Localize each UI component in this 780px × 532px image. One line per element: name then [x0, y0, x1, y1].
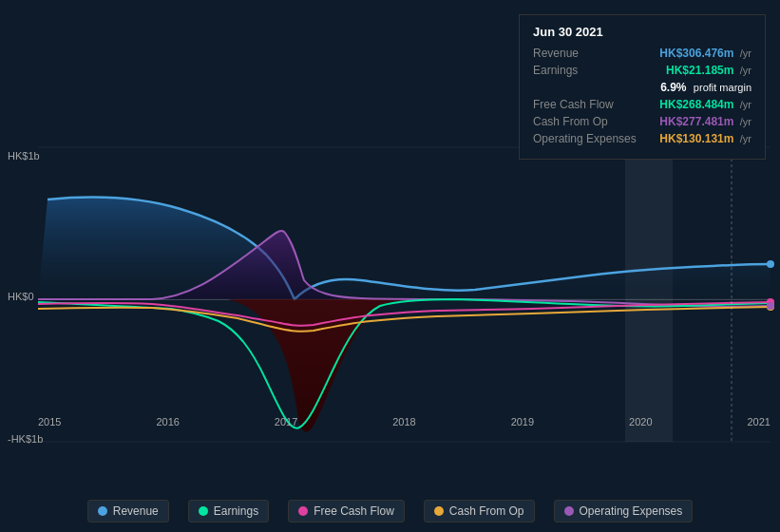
tooltip-opex-value: HK$130.131m [659, 132, 733, 145]
legend-label-fcf: Free Cash Flow [314, 504, 394, 518]
tooltip-earnings-row: Earnings HK$21.185m /yr [533, 64, 751, 77]
legend-dot-fcf [298, 506, 308, 516]
legend-dot-earnings [199, 506, 208, 516]
x-label-2017: 2017 [275, 416, 297, 428]
legend-cfo[interactable]: Cash From Op [424, 500, 535, 522]
chart-legend: Revenue Earnings Free Cash Flow Cash Fro… [0, 500, 780, 522]
tooltip-opex-suffix: /yr [740, 133, 751, 144]
tooltip-cfo-suffix: /yr [740, 116, 751, 127]
tooltip-cfo-label: Cash From Op [533, 115, 608, 128]
legend-earnings[interactable]: Earnings [188, 500, 269, 522]
tooltip-fcf-value: HK$268.484m [659, 98, 733, 111]
tooltip-revenue-row: Revenue HK$306.476m /yr [533, 47, 751, 60]
x-label-2020: 2020 [629, 416, 652, 428]
legend-dot-opex [564, 506, 574, 516]
legend-dot-cfo [434, 506, 444, 516]
tooltip-revenue-suffix: /yr [740, 48, 751, 59]
x-label-2021: 2021 [747, 416, 770, 428]
tooltip-earnings-value: HK$21.185m [666, 64, 733, 77]
x-label-2018: 2018 [392, 416, 415, 428]
tooltip-fcf-suffix: /yr [740, 99, 751, 110]
x-label-2015: 2015 [38, 416, 61, 428]
tooltip-date: Jun 30 2021 [533, 25, 751, 39]
x-axis: 2015 2016 2017 2018 2019 2020 2021 [38, 416, 770, 428]
tooltip-earnings-suffix: /yr [740, 65, 751, 76]
legend-label-cfo: Cash From Op [449, 504, 524, 518]
tooltip-margin-label: profit margin [694, 82, 751, 93]
tooltip-opex-row: Operating Expenses HK$130.131m /yr [533, 132, 751, 145]
tooltip-fcf-label: Free Cash Flow [533, 98, 614, 111]
tooltip-earnings-label: Earnings [533, 64, 578, 77]
tooltip-cfo-row: Cash From Op HK$277.481m /yr [533, 115, 751, 128]
legend-opex[interactable]: Operating Expenses [554, 500, 694, 522]
legend-label-earnings: Earnings [214, 504, 258, 518]
tooltip-fcf-row: Free Cash Flow HK$268.484m /yr [533, 98, 751, 111]
x-label-2016: 2016 [156, 416, 179, 428]
svg-point-4 [767, 260, 774, 268]
legend-label-opex: Operating Expenses [580, 504, 683, 518]
x-label-2019: 2019 [511, 416, 534, 428]
tooltip-revenue-value: HK$306.476m [659, 47, 733, 60]
tooltip-revenue-label: Revenue [533, 47, 579, 60]
tooltip-opex-label: Operating Expenses [533, 132, 637, 145]
svg-point-8 [767, 302, 774, 310]
legend-fcf[interactable]: Free Cash Flow [288, 500, 405, 522]
legend-dot-revenue [98, 506, 107, 516]
tooltip-cfo-value: HK$277.481m [659, 115, 733, 128]
tooltip-margin-value: 6.9% [660, 81, 686, 94]
legend-revenue[interactable]: Revenue [87, 500, 169, 522]
legend-label-revenue: Revenue [113, 504, 159, 518]
tooltip-margin-row: 6.9% profit margin [533, 81, 751, 94]
data-tooltip: Jun 30 2021 Revenue HK$306.476m /yr Earn… [519, 14, 766, 160]
